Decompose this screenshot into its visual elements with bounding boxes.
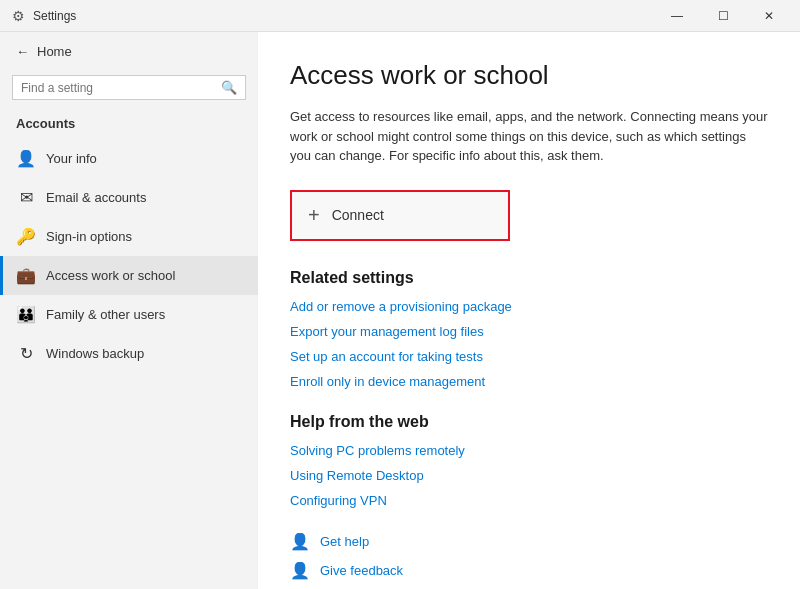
sidebar-item-sign-in[interactable]: 🔑 Sign-in options bbox=[0, 217, 258, 256]
briefcase-icon: 💼 bbox=[16, 266, 36, 285]
link-remote-desktop[interactable]: Using Remote Desktop bbox=[290, 468, 768, 483]
connect-button[interactable]: + Connect bbox=[290, 190, 510, 241]
close-button[interactable]: ✕ bbox=[746, 0, 792, 32]
key-icon: 🔑 bbox=[16, 227, 36, 246]
title-bar-title: Settings bbox=[33, 9, 76, 23]
search-box[interactable]: 🔍 bbox=[12, 75, 246, 100]
title-bar: ⚙ Settings — ☐ ✕ bbox=[0, 0, 800, 32]
related-settings-title: Related settings bbox=[290, 269, 768, 287]
search-input[interactable] bbox=[21, 81, 215, 95]
link-provisioning[interactable]: Add or remove a provisioning package bbox=[290, 299, 768, 314]
maximize-button[interactable]: ☐ bbox=[700, 0, 746, 32]
back-arrow-icon: ← bbox=[16, 44, 29, 59]
bottom-links: 👤 Get help 👤 Give feedback bbox=[290, 532, 768, 580]
settings-icon: ⚙ bbox=[12, 8, 25, 24]
link-pc-problems[interactable]: Solving PC problems remotely bbox=[290, 443, 768, 458]
sidebar-item-label: Windows backup bbox=[46, 346, 144, 361]
sidebar: ← Home 🔍 Accounts 👤 Your info ✉ Email & … bbox=[0, 32, 258, 589]
minimize-button[interactable]: — bbox=[654, 0, 700, 32]
link-vpn[interactable]: Configuring VPN bbox=[290, 493, 768, 508]
sidebar-item-your-info[interactable]: 👤 Your info bbox=[0, 139, 258, 178]
app-body: ← Home 🔍 Accounts 👤 Your info ✉ Email & … bbox=[0, 32, 800, 589]
help-icon: 👤 bbox=[290, 532, 310, 551]
backup-icon: ↻ bbox=[16, 344, 36, 363]
sidebar-item-label: Access work or school bbox=[46, 268, 175, 283]
page-title: Access work or school bbox=[290, 60, 768, 91]
link-management-log[interactable]: Export your management log files bbox=[290, 324, 768, 339]
description-text: Get access to resources like email, apps… bbox=[290, 107, 768, 166]
sidebar-item-label: Email & accounts bbox=[46, 190, 146, 205]
connect-label: Connect bbox=[332, 207, 384, 223]
sidebar-back-home[interactable]: ← Home bbox=[0, 32, 258, 71]
plus-icon: + bbox=[308, 204, 320, 227]
sidebar-item-email-accounts[interactable]: ✉ Email & accounts bbox=[0, 178, 258, 217]
sidebar-item-backup[interactable]: ↻ Windows backup bbox=[0, 334, 258, 373]
title-bar-controls: — ☐ ✕ bbox=[654, 0, 792, 32]
person-icon: 👤 bbox=[16, 149, 36, 168]
feedback-icon: 👤 bbox=[290, 561, 310, 580]
help-title: Help from the web bbox=[290, 413, 768, 431]
get-help-label: Get help bbox=[320, 534, 369, 549]
content-area: Access work or school Get access to reso… bbox=[258, 32, 800, 589]
sidebar-item-label: Your info bbox=[46, 151, 97, 166]
get-help-link[interactable]: 👤 Get help bbox=[290, 532, 768, 551]
sidebar-item-work-school[interactable]: 💼 Access work or school bbox=[0, 256, 258, 295]
help-section: Help from the web Solving PC problems re… bbox=[290, 413, 768, 508]
search-icon: 🔍 bbox=[221, 80, 237, 95]
give-feedback-label: Give feedback bbox=[320, 563, 403, 578]
link-account-tests[interactable]: Set up an account for taking tests bbox=[290, 349, 768, 364]
give-feedback-link[interactable]: 👤 Give feedback bbox=[290, 561, 768, 580]
sidebar-item-label: Sign-in options bbox=[46, 229, 132, 244]
email-icon: ✉ bbox=[16, 188, 36, 207]
related-settings-section: Related settings Add or remove a provisi… bbox=[290, 269, 768, 389]
home-label: Home bbox=[37, 44, 72, 59]
family-icon: 👪 bbox=[16, 305, 36, 324]
title-bar-left: ⚙ Settings bbox=[12, 8, 76, 24]
sidebar-section-title: Accounts bbox=[0, 112, 258, 139]
sidebar-item-family[interactable]: 👪 Family & other users bbox=[0, 295, 258, 334]
link-device-management[interactable]: Enroll only in device management bbox=[290, 374, 768, 389]
sidebar-item-label: Family & other users bbox=[46, 307, 165, 322]
